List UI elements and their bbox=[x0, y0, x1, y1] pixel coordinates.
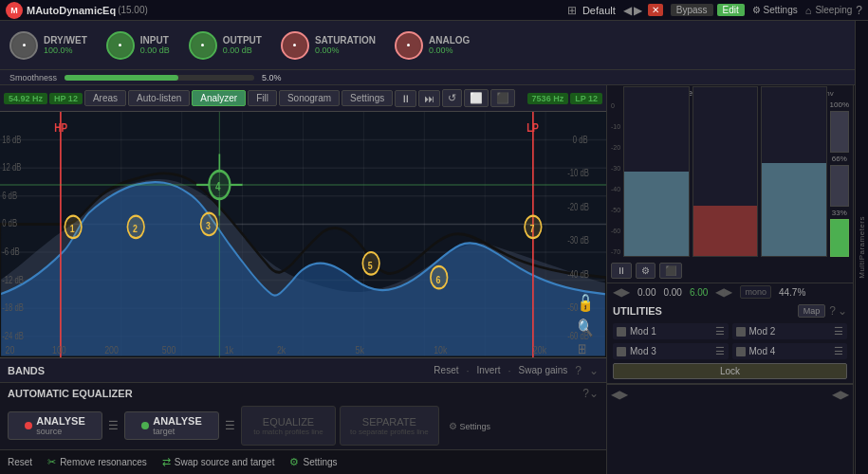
reset-button[interactable]: ↺ bbox=[442, 89, 462, 107]
forward-button[interactable]: ⏭ bbox=[418, 90, 440, 107]
meter-out-fill bbox=[762, 163, 825, 256]
auto-eq-settings-icon[interactable]: ⚙ Settings bbox=[447, 419, 492, 433]
sonogram-tab[interactable]: Sonogram bbox=[279, 90, 340, 106]
width-bar-area: 100% 66% 33% bbox=[830, 100, 849, 257]
eq-graph[interactable]: HP LP 1 2 3 4 bbox=[0, 112, 606, 357]
svg-text:0 dB: 0 dB bbox=[2, 218, 17, 228]
db-label-1: -10 bbox=[611, 123, 620, 130]
analyse-target-menu-icon[interactable]: ☰ bbox=[223, 417, 237, 434]
dry-wet-value: 100.0% bbox=[44, 46, 87, 55]
svg-text:-30 dB: -30 dB bbox=[567, 235, 589, 246]
edit-button[interactable]: Edit bbox=[717, 4, 745, 16]
saturation-label: SATURATION bbox=[315, 35, 376, 46]
preset-name[interactable]: Default bbox=[582, 5, 616, 16]
db-label-5: -50 bbox=[611, 207, 620, 213]
app-title: MAutoDynamicEq bbox=[27, 5, 116, 16]
analyse-source-sub: source bbox=[36, 427, 85, 436]
svg-text:3: 3 bbox=[206, 220, 211, 231]
invert-link[interactable]: Invert bbox=[477, 365, 501, 375]
analyse-source-button[interactable]: ANALYSE source bbox=[8, 411, 102, 440]
swap-source-target-action[interactable]: ⇄ Swap source and target bbox=[162, 456, 275, 468]
dry-wet-group: DRY/WET 100.0% bbox=[9, 31, 87, 60]
analyse-target-dot bbox=[141, 422, 149, 429]
mono-button[interactable]: mono bbox=[740, 285, 771, 299]
mod1-menu-icon[interactable]: ☰ bbox=[715, 325, 725, 337]
areas-tab[interactable]: Areas bbox=[84, 90, 126, 106]
settings-link[interactable]: ⚙ Settings bbox=[752, 5, 798, 15]
help-icon[interactable]: ? bbox=[856, 4, 862, 17]
svg-text:0 dB: 0 dB bbox=[573, 134, 588, 144]
filter-right-badge[interactable]: LP 12 bbox=[570, 93, 602, 104]
bypass-button[interactable]: Bypass bbox=[671, 4, 713, 16]
lock-button[interactable]: Lock bbox=[613, 363, 847, 379]
smoothness-row: Smoothness 5.0% bbox=[0, 70, 868, 85]
values-left-arrow[interactable]: ◀▶ bbox=[613, 285, 630, 299]
mod2-menu-icon[interactable]: ☰ bbox=[834, 325, 843, 337]
next-preset-arrow[interactable]: ▶ bbox=[634, 4, 642, 17]
freq-left-badge[interactable]: 54.92 Hz bbox=[4, 93, 47, 104]
equalize-sub: to match profiles line bbox=[253, 428, 323, 436]
knobs-row: DRY/WET 100.0% INPUT 0.00 dB OUTPUT 0.00… bbox=[0, 21, 868, 70]
remove-resonances-action[interactable]: ✂ Remove resonances bbox=[47, 456, 147, 468]
meter-gear-icon[interactable]: ⚙ bbox=[636, 263, 656, 279]
fill-tab[interactable]: Fill bbox=[248, 90, 277, 106]
prev-preset-arrow[interactable]: ◀ bbox=[623, 4, 632, 17]
export-button[interactable]: ⬛ bbox=[490, 89, 515, 107]
mod4-label: Mod 4 bbox=[749, 346, 831, 356]
reset-action[interactable]: Reset bbox=[8, 457, 32, 467]
auto-eq-buttons: ANALYSE source ☰ ANALYSE target bbox=[8, 406, 599, 446]
remove-resonances-icon: ✂ bbox=[47, 456, 56, 468]
pause-button[interactable]: ⏸ bbox=[395, 90, 416, 107]
map-button[interactable]: Map bbox=[798, 304, 826, 318]
utilities-help-icon[interactable]: ? bbox=[829, 304, 836, 318]
preset-arrows[interactable]: ◀ ▶ bbox=[623, 4, 642, 17]
bottom-left-arrows[interactable]: ◀▶ bbox=[611, 388, 628, 401]
home-icon[interactable]: ⌂ bbox=[805, 5, 812, 16]
output-group: OUTPUT 0.00 dB bbox=[189, 31, 262, 60]
output-label: OUTPUT bbox=[223, 35, 262, 46]
mod1-label: Mod 1 bbox=[630, 326, 711, 337]
swap-gains-link[interactable]: Swap gains bbox=[519, 365, 568, 375]
filter-left-badge[interactable]: HP 12 bbox=[49, 93, 83, 104]
mod4-menu-icon[interactable]: ☰ bbox=[834, 345, 843, 357]
width-66-label: 66% bbox=[832, 155, 847, 163]
close-button[interactable]: ✕ bbox=[648, 4, 663, 16]
analyse-target-button[interactable]: ANALYSE target bbox=[124, 411, 219, 440]
auto-eq-help-icon[interactable]: ? bbox=[582, 387, 589, 400]
auto-eq-title: AUTOMATIC EQUALIZER bbox=[8, 388, 133, 399]
analog-knob[interactable] bbox=[395, 31, 423, 60]
utilities-expand-icon[interactable]: ⌄ bbox=[838, 304, 847, 318]
bottom-settings-action[interactable]: ⚙ Settings bbox=[289, 456, 337, 468]
svg-text:-6 dB: -6 dB bbox=[2, 246, 19, 257]
bands-help-icon[interactable]: ? bbox=[575, 364, 582, 377]
settings-tab[interactable]: Settings bbox=[342, 90, 393, 106]
reset-link[interactable]: Reset bbox=[434, 365, 458, 375]
auto-eq-header: AUTOMATIC EQUALIZER ? ⌄ bbox=[8, 387, 599, 400]
svg-text:5k: 5k bbox=[356, 343, 365, 355]
pause-meter-button[interactable]: ⏸ bbox=[611, 263, 632, 279]
svg-text:2k: 2k bbox=[277, 343, 286, 355]
input-knob[interactable] bbox=[106, 31, 135, 60]
freq-right-badge[interactable]: 7536 Hz bbox=[527, 93, 569, 104]
svg-text:2: 2 bbox=[133, 223, 138, 234]
svg-text:18 dB: 18 dB bbox=[2, 134, 21, 144]
values-right-arrow[interactable]: ◀▶ bbox=[715, 285, 732, 299]
svg-text:200: 200 bbox=[104, 343, 119, 355]
dry-wet-knob[interactable] bbox=[9, 31, 38, 60]
analyse-source-menu-icon[interactable]: ☰ bbox=[106, 417, 120, 434]
auto-eq-expand-icon[interactable]: ⌄ bbox=[589, 387, 599, 400]
saturation-value: 0.00% bbox=[315, 46, 376, 55]
auto-listen-tab[interactable]: Auto-listen bbox=[128, 90, 190, 106]
meter-copy-icon[interactable]: ⬛ bbox=[659, 263, 682, 279]
grid-icon: ⊞ bbox=[567, 4, 577, 17]
mod3-menu-icon[interactable]: ☰ bbox=[715, 345, 725, 357]
bands-expand-icon[interactable]: ⌄ bbox=[589, 364, 599, 377]
smoothness-bar[interactable] bbox=[65, 75, 254, 81]
bottom-right-arrows[interactable]: ◀▶ bbox=[832, 388, 849, 401]
analyzer-tab[interactable]: Analyzer bbox=[192, 90, 246, 106]
output-knob[interactable] bbox=[189, 31, 217, 60]
saturation-knob[interactable] bbox=[281, 31, 309, 60]
svg-text:5: 5 bbox=[368, 260, 373, 271]
fit-button[interactable]: ⬜ bbox=[464, 89, 489, 107]
svg-text:-12 dB: -12 dB bbox=[2, 274, 24, 284]
